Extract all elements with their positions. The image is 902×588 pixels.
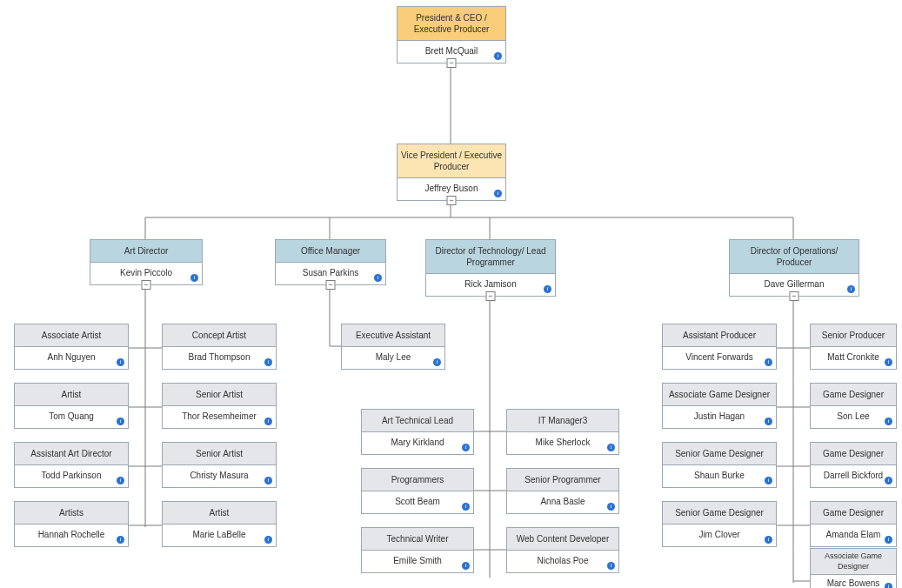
node-title: Artists xyxy=(15,502,128,525)
node-art-director[interactable]: Art Director Kevin Piccoloi − xyxy=(90,239,203,285)
info-icon[interactable]: i xyxy=(607,444,615,451)
node-tech-director[interactable]: Director of Technology/ Lead Programmer … xyxy=(425,239,556,297)
node-title: Office Manager xyxy=(276,240,385,263)
node-tech-web-dev[interactable]: Web Content Developer Nicholas Poei xyxy=(506,527,619,573)
node-name: Mary Kirklandi xyxy=(362,432,473,454)
node-title: Game Designer xyxy=(811,502,896,525)
node-name: Emille Smithi xyxy=(362,551,473,572)
node-name: Scott Beami xyxy=(362,491,473,513)
info-icon[interactable]: i xyxy=(885,477,892,484)
node-art-artist-1[interactable]: Artist Tom Quangi xyxy=(14,383,129,429)
node-title: Concept Artist xyxy=(163,324,276,347)
node-art-senior-artist-1[interactable]: Senior Artist Thor Resemheimeri xyxy=(162,383,277,429)
info-icon[interactable]: i xyxy=(462,562,470,570)
collapse-toggle[interactable]: − xyxy=(486,291,496,301)
node-ops-assoc-game-designer-1[interactable]: Associate Game Designer Justin Hagani xyxy=(662,383,777,429)
node-art-artist-2[interactable]: Artist Marie LaBellei xyxy=(162,501,277,547)
info-icon[interactable]: i xyxy=(374,274,382,282)
node-ops-senior-game-designer-1[interactable]: Senior Game Designer Shaun Burkei xyxy=(662,442,777,488)
node-art-associate-artist[interactable]: Associate Artist Anh Nguyeni xyxy=(14,324,129,370)
node-vp[interactable]: Vice President / Executive Producer Jeff… xyxy=(397,144,506,201)
node-ceo[interactable]: President & CEO / Executive Producer Bre… xyxy=(397,6,506,63)
node-ops-assistant-producer[interactable]: Assistant Producer Vincent Forwardsi xyxy=(662,324,777,370)
info-icon[interactable]: i xyxy=(607,503,615,511)
info-icon[interactable]: i xyxy=(433,358,441,366)
node-tech-it-manager[interactable]: IT Manager3 Mike Sherlocki xyxy=(506,409,619,455)
node-tech-programmers[interactable]: Programmers Scott Beami xyxy=(361,468,474,514)
node-name: Jim Cloveri xyxy=(663,525,776,546)
node-title: Programmers xyxy=(362,469,473,491)
collapse-toggle[interactable]: − xyxy=(447,196,457,205)
info-icon[interactable]: i xyxy=(190,274,198,282)
node-name: Anna Baslei xyxy=(507,491,618,513)
node-ops-game-designer-3[interactable]: Game Designer Amanda Elami xyxy=(810,501,897,547)
node-art-concept-artist[interactable]: Concept Artist Brad Thompsoni xyxy=(162,324,277,370)
info-icon[interactable]: i xyxy=(117,477,124,484)
node-name: Matt Cronkitei xyxy=(811,347,896,369)
node-title: IT Manager3 xyxy=(507,410,618,432)
node-name: Anh Nguyeni xyxy=(15,347,128,369)
collapse-toggle[interactable]: − xyxy=(326,280,336,290)
info-icon[interactable]: i xyxy=(494,190,502,197)
info-icon[interactable]: i xyxy=(847,285,855,293)
info-icon[interactable]: i xyxy=(765,536,772,544)
info-icon[interactable]: i xyxy=(117,358,124,366)
node-title: Senior Game Designer xyxy=(663,502,776,525)
node-title: Senior Game Designer xyxy=(663,443,776,465)
info-icon[interactable]: i xyxy=(885,583,892,588)
node-tech-writer[interactable]: Technical Writer Emille Smithi xyxy=(361,527,474,573)
node-name: Thor Resemheimeri xyxy=(163,406,276,428)
node-name: Amanda Elami xyxy=(811,525,896,546)
node-tech-art-lead[interactable]: Art Technical Lead Mary Kirklandi xyxy=(361,409,474,455)
info-icon[interactable]: i xyxy=(264,536,272,544)
node-title: Assistant Producer xyxy=(663,324,776,347)
info-icon[interactable]: i xyxy=(462,444,470,451)
info-icon[interactable]: i xyxy=(264,358,272,366)
node-tech-senior-programmer[interactable]: Senior Programmer Anna Baslei xyxy=(506,468,619,514)
collapse-toggle[interactable]: − xyxy=(142,280,151,290)
node-title: Executive Assistant xyxy=(342,324,444,347)
node-name: Darrell Bickfordi xyxy=(811,465,896,487)
node-title: Technical Writer xyxy=(362,528,473,551)
node-ops-assoc-game-designer-2[interactable]: Associate Game Designer Marc Bowensi xyxy=(810,548,897,588)
node-title: Associate Artist xyxy=(15,324,128,347)
collapse-toggle[interactable]: − xyxy=(447,58,457,68)
info-icon[interactable]: i xyxy=(765,358,772,366)
node-title: Web Content Developer xyxy=(507,528,618,551)
info-icon[interactable]: i xyxy=(117,418,124,425)
node-art-assistant-director[interactable]: Assistant Art Director Todd Parkinsoni xyxy=(14,442,129,488)
node-title: President & CEO / Executive Producer xyxy=(398,7,505,41)
node-ops-game-designer-1[interactable]: Game Designer Son Leei xyxy=(810,383,897,429)
node-title: Artist xyxy=(163,502,276,525)
node-art-senior-artist-2[interactable]: Senior Artist Christy Masurai xyxy=(162,442,277,488)
node-name: Shaun Burkei xyxy=(663,465,776,487)
node-ops-senior-game-designer-2[interactable]: Senior Game Designer Jim Cloveri xyxy=(662,501,777,547)
node-name: Vincent Forwardsi xyxy=(663,347,776,369)
node-ops-director[interactable]: Director of Operations/ Producer Dave Gi… xyxy=(729,239,859,297)
node-title: Director of Technology/ Lead Programmer xyxy=(426,240,555,274)
collapse-toggle[interactable]: − xyxy=(790,291,799,301)
node-title: Senior Artist xyxy=(163,443,276,465)
node-name: Tom Quangi xyxy=(15,406,128,428)
info-icon[interactable]: i xyxy=(117,536,124,544)
info-icon[interactable]: i xyxy=(264,418,272,425)
info-icon[interactable]: i xyxy=(264,477,272,484)
node-executive-assistant[interactable]: Executive Assistant Maly Leei xyxy=(341,324,445,370)
info-icon[interactable]: i xyxy=(494,52,502,60)
node-title: Game Designer xyxy=(811,384,896,406)
node-name: Marie LaBellei xyxy=(163,525,276,546)
node-office-manager[interactable]: Office Manager Susan Parkinsi − xyxy=(275,239,386,285)
info-icon[interactable]: i xyxy=(544,285,551,293)
info-icon[interactable]: i xyxy=(765,418,772,425)
info-icon[interactable]: i xyxy=(607,562,615,570)
info-icon[interactable]: i xyxy=(885,536,892,544)
info-icon[interactable]: i xyxy=(462,503,470,511)
info-icon[interactable]: i xyxy=(885,418,892,425)
node-art-artists[interactable]: Artists Hannah Rochellei xyxy=(14,501,129,547)
info-icon[interactable]: i xyxy=(885,358,892,366)
node-title: Game Designer xyxy=(811,443,896,465)
node-ops-game-designer-2[interactable]: Game Designer Darrell Bickfordi xyxy=(810,442,897,488)
info-icon[interactable]: i xyxy=(765,477,772,484)
node-ops-senior-producer[interactable]: Senior Producer Matt Cronkitei xyxy=(810,324,897,370)
node-name: Mike Sherlocki xyxy=(507,432,618,454)
